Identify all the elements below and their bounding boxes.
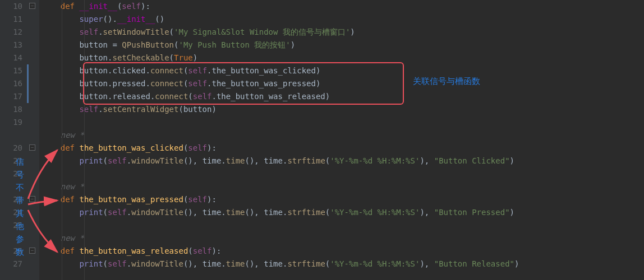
code-area[interactable]: def __init__(self): super().__init__() s…	[39, 0, 644, 280]
line-number[interactable]: 15	[0, 64, 22, 77]
code-line[interactable]: print(self.windowTitle(), time.time(), t…	[42, 155, 644, 167]
code-line[interactable]: def the_button_was_clicked(self):	[42, 142, 644, 155]
inlay-hint: new *	[42, 232, 644, 245]
change-marker	[27, 90, 29, 103]
inlay-hint: new *	[42, 129, 644, 142]
line-number[interactable]: 14	[0, 52, 22, 64]
line-number[interactable]: 10	[0, 0, 22, 13]
code-line[interactable]	[42, 219, 644, 232]
annotation-label-left: 信 号 不 带 其 他 参 数	[13, 156, 26, 259]
line-number[interactable]	[0, 129, 22, 142]
fold-toggle-icon[interactable]: −	[29, 248, 35, 254]
code-line[interactable]: button = QPushButton('My Push Button 我的按…	[42, 39, 644, 52]
code-line[interactable]: button.clicked.connect(self.the_button_w…	[42, 64, 644, 77]
fold-toggle-icon[interactable]: −	[29, 144, 35, 151]
code-line[interactable]	[42, 116, 644, 129]
fold-toggle-icon[interactable]: −	[29, 196, 35, 202]
line-number[interactable]: 11	[0, 13, 22, 26]
annotation-label-right: 关联信号与槽函数	[413, 75, 480, 88]
code-line[interactable]	[42, 167, 644, 180]
code-line[interactable]: self.setWindowTitle('My Signal&Slot Wind…	[42, 26, 644, 39]
code-line[interactable]: super().__init__()	[42, 13, 644, 26]
line-number[interactable]: 19	[0, 116, 22, 129]
change-marker	[27, 64, 29, 77]
fold-toggle-icon[interactable]: −	[29, 3, 35, 9]
code-line[interactable]: def the_button_was_pressed(self):	[42, 193, 644, 206]
line-number[interactable]: 13	[0, 39, 22, 52]
line-number[interactable]: 16	[0, 77, 22, 90]
change-marker	[27, 77, 29, 90]
code-line[interactable]: print(self.windowTitle(), time.time(), t…	[42, 206, 644, 219]
line-number[interactable]: 12	[0, 26, 22, 39]
inlay-hint: new *	[42, 180, 644, 193]
fold-column: − − − −	[26, 0, 39, 280]
line-number[interactable]: 18	[0, 103, 22, 116]
code-line[interactable]: def the_button_was_released(self):	[42, 245, 644, 258]
code-line[interactable]: button.setCheckable(True)	[42, 52, 644, 64]
code-line[interactable]: button.pressed.connect(self.the_button_w…	[42, 77, 644, 90]
code-line[interactable]: self.setCentralWidget(button)	[42, 103, 644, 116]
line-number[interactable]: 20	[0, 142, 22, 155]
code-editor: 10 11 12 13 14 15 16 17 18 19 20 21 22 2…	[0, 0, 644, 280]
code-line[interactable]: print(self.windowTitle(), time.time(), t…	[42, 258, 644, 270]
code-line[interactable]: def __init__(self):	[42, 0, 644, 13]
code-line[interactable]: button.released.connect(self.the_button_…	[42, 90, 644, 103]
line-number[interactable]: 27	[0, 258, 22, 270]
line-number[interactable]: 17	[0, 90, 22, 103]
